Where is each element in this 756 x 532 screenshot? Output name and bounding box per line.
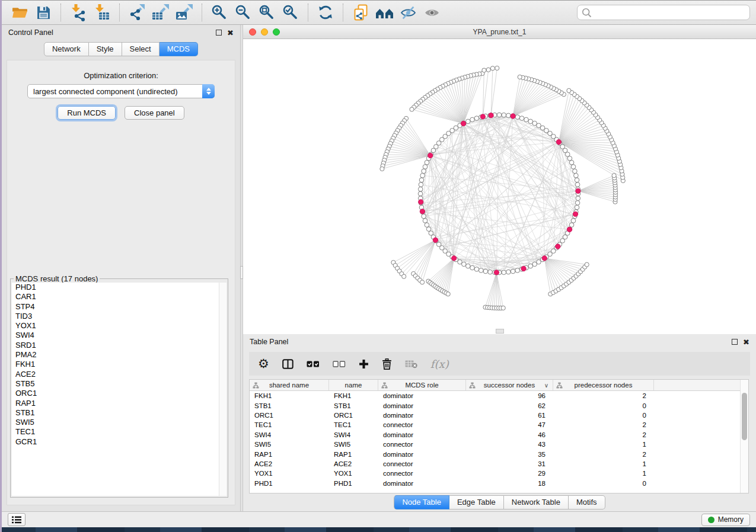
search-input[interactable] [592,8,745,17]
mcds-result-group: MCDS result (17 nodes) PHD1CAR1STP4TID3Y… [10,278,228,498]
cell-mcds-role: dominator [378,431,466,438]
mcds-result-item[interactable]: ACE2 [12,370,227,379]
mcds-result-item[interactable]: ORC1 [12,389,227,398]
column-header-predecessor-nodes[interactable]: predecessor nodes [553,380,654,390]
close-panel-icon[interactable]: ✖ [227,29,234,37]
select-all-button[interactable] [307,360,320,368]
cell-successor-nodes: 31 [466,460,553,467]
mcds-result-item[interactable]: STB5 [12,379,227,389]
cell-name: FKH1 [329,392,378,399]
mcds-result-item[interactable]: PHD1 [12,283,227,292]
cell-shared-name: ACE2 [250,460,329,467]
mcds-result-item[interactable]: SWI5 [12,418,227,427]
network-view-window: YPA_prune.txt_1 [243,25,756,334]
close-panel-icon[interactable]: ✖ [743,338,749,346]
table-row[interactable]: RAP1RAP1dominator352 [250,449,740,459]
delete-column-button[interactable] [382,358,392,370]
tab-edge-table[interactable]: Edge Table [449,495,504,509]
apply-layout-button[interactable] [314,2,337,23]
column-header-successor-nodes[interactable]: successor nodes∨ [466,380,553,390]
network-graph[interactable] [243,39,756,334]
import-network-button[interactable] [66,2,90,23]
add-column-button[interactable] [359,359,369,369]
mcds-result-item[interactable]: PMA2 [12,350,227,360]
table-scrollbar-thumb[interactable] [742,393,747,440]
mcds-result-item[interactable]: TEC1 [12,427,227,437]
run-mcds-button[interactable]: Run MCDS [58,106,116,120]
table-row[interactable]: PHD1PHD1dominator180 [250,479,740,488]
mcds-tab-content: Optimization criterion: largest connecte… [7,60,235,505]
save-session-button[interactable] [31,2,55,23]
table-row[interactable]: FKH1FKH1dominator962 [250,391,740,400]
cell-successor-nodes: 96 [466,392,553,399]
cell-successor-nodes: 18 [466,480,553,487]
table-row[interactable]: STB1STB1dominator620 [250,400,740,410]
zoom-out-button[interactable] [231,2,255,23]
zoom-in-button[interactable] [208,2,231,23]
mcds-result-item[interactable]: SRD1 [12,341,227,350]
cell-predecessor-nodes: 2 [553,421,654,428]
network-window-titlebar[interactable]: YPA_prune.txt_1 [243,25,756,39]
tab-style[interactable]: Style [89,42,122,56]
column-header-shared-name[interactable]: shared name [250,380,329,390]
table-row[interactable]: YOX1YOX1connector291 [250,469,740,478]
shared-column-icon [556,382,563,389]
mcds-result-list[interactable]: PHD1CAR1STP4TID3YOX1SWI4SRD1PMA2FKH1ACE2… [12,283,227,496]
tab-mcds[interactable]: MCDS [160,42,198,56]
export-image-button[interactable] [173,2,196,23]
mcds-result-item[interactable]: GCR1 [12,437,227,447]
show-all-button[interactable] [420,2,444,23]
table-row[interactable]: SWI5SWI5connector431 [250,440,740,449]
mcds-result-item[interactable]: CAR1 [12,292,227,302]
tab-network-table[interactable]: Network Table [504,495,569,509]
memory-button[interactable]: Memory [701,514,750,526]
mcds-result-item[interactable]: RAP1 [12,399,227,408]
export-network-button[interactable] [125,2,149,23]
table-row[interactable]: ACE2ACE2connector311 [250,459,740,469]
network-canvas[interactable] [243,39,756,334]
float-panel-icon[interactable] [732,339,738,345]
table-panel-tabs: Node TableEdge TableNetwork TableMotifs [394,495,605,509]
deselect-all-button[interactable] [333,360,346,368]
search-field[interactable] [577,5,750,20]
zoom-fit-button[interactable] [255,2,279,23]
hide-selected-button[interactable] [396,2,420,23]
search-icon [582,8,592,18]
mcds-result-item[interactable]: TID3 [12,312,227,321]
table-panel: Table Panel ✖ ⚙ [243,334,756,511]
column-header-name[interactable]: name [329,380,378,390]
tab-select[interactable]: Select [122,42,160,56]
first-neighbors-button[interactable] [372,2,396,23]
float-panel-icon[interactable] [216,30,222,36]
mcds-result-item[interactable]: YOX1 [12,321,227,331]
table-row[interactable]: ORC1ORC1dominator610 [250,411,740,420]
export-table-button[interactable] [149,2,173,23]
mcds-list-scrollbar[interactable] [219,283,227,496]
network-document-icon [353,4,369,21]
tab-network[interactable]: Network [44,42,89,56]
mcds-result-item[interactable]: STP4 [12,302,227,312]
desktop: Control Panel ✖ NetworkStyleSelectMCDS O… [0,0,756,532]
mcds-result-item[interactable]: SWI4 [12,331,227,340]
import-table-button[interactable] [90,2,114,23]
criterion-dropdown[interactable]: largest connected component (undirected) [27,84,215,98]
network-file-button[interactable] [349,2,372,23]
column-header-filler [654,380,740,390]
table-scrollbar[interactable] [740,380,748,493]
control-panel: Control Panel ✖ NetworkStyleSelectMCDS O… [2,25,240,511]
column-header-mcds-role[interactable]: MCDS role [378,380,466,390]
table-row[interactable]: SWI4SWI4dominator462 [250,430,740,440]
mcds-result-item[interactable]: FKH1 [12,360,227,369]
table-row[interactable]: TEC1TEC1connector472 [250,420,740,430]
tab-node-table[interactable]: Node Table [394,495,449,509]
show-columns-button[interactable] [282,359,294,369]
table-toolbar: ⚙ [249,352,750,376]
horizontal-splitter-handle[interactable] [496,329,504,334]
close-panel-button[interactable]: Close panel [125,106,184,120]
zoom-selected-button[interactable] [279,2,302,23]
table-settings-button[interactable]: ⚙ [258,358,269,370]
mcds-result-item[interactable]: STB1 [12,408,227,418]
open-session-button[interactable] [8,2,31,23]
task-history-button[interactable] [8,513,25,526]
tab-motifs[interactable]: Motifs [569,495,605,509]
